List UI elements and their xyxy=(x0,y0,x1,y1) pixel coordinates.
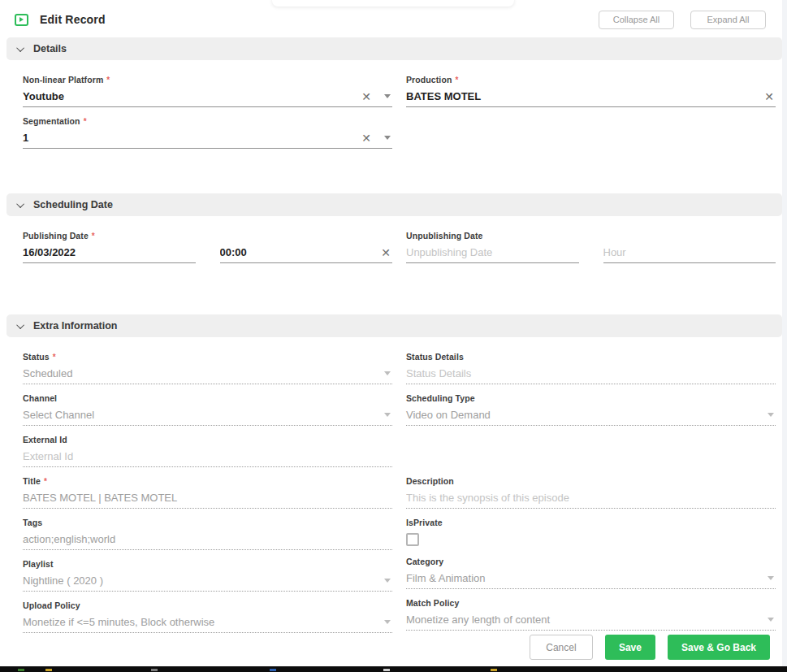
field-label: Upload Policy xyxy=(23,600,80,610)
footer-actions: Cancel Save Save & Go Back xyxy=(530,635,770,660)
field-is-private: IsPrivate xyxy=(406,518,776,546)
field-label: Publishing Date xyxy=(23,231,89,241)
unpublishing-date-input[interactable] xyxy=(406,246,579,258)
dropdown-arrow-icon[interactable] xyxy=(384,136,391,140)
field-title: Title * BATES MOTEL | BATES MOTEL xyxy=(23,476,392,509)
section-header-scheduling-date[interactable]: Scheduling Date xyxy=(6,193,782,216)
required-asterisk: * xyxy=(106,76,110,85)
tags-value[interactable]: action;english;world xyxy=(23,533,392,545)
taskbar-strip xyxy=(0,666,787,672)
production-input[interactable] xyxy=(406,90,763,102)
category-value[interactable]: Film & Animation xyxy=(406,572,756,584)
expand-all-button[interactable]: Expand All xyxy=(690,11,766,29)
section-header-details[interactable]: Details xyxy=(6,37,782,60)
scheduling-type-value[interactable]: Video on Demand xyxy=(406,409,756,421)
field-label: IsPrivate xyxy=(406,518,443,527)
required-asterisk: * xyxy=(92,232,95,241)
field-label: Scheduling Type xyxy=(406,393,475,403)
field-production: Production * ✕ xyxy=(406,75,776,107)
playlist-value[interactable]: Nightline ( 2020 ) xyxy=(23,574,373,587)
field-label: Title xyxy=(23,476,41,486)
required-asterisk: * xyxy=(455,76,458,85)
field-label: Status xyxy=(23,352,50,362)
status-details-input[interactable] xyxy=(406,367,776,379)
upload-policy-value[interactable]: Monetize if <=5 minutes, Block otherwise xyxy=(23,616,373,628)
field-label: Playlist xyxy=(23,559,54,569)
field-unpublishing-date: Unpublishing Date xyxy=(406,231,776,263)
chevron-down-icon xyxy=(16,200,24,208)
channel-value[interactable]: Select Channel xyxy=(23,409,373,421)
cancel-button[interactable]: Cancel xyxy=(530,635,593,660)
field-label: Production xyxy=(406,75,452,85)
section-title: Details xyxy=(33,43,67,54)
segmentation-input[interactable] xyxy=(23,132,360,144)
field-playlist: Playlist Nightline ( 2020 ) xyxy=(23,559,392,592)
section-header-extra-information[interactable]: Extra Information xyxy=(6,314,782,337)
required-asterisk: * xyxy=(44,477,47,486)
dropdown-arrow-icon[interactable] xyxy=(768,576,774,580)
field-nonlinear-platform: Non-linear Platform * ✕ xyxy=(23,75,392,107)
field-category: Category Film & Animation xyxy=(406,557,776,589)
unpublishing-hour-input[interactable] xyxy=(603,246,776,258)
field-upload-policy: Upload Policy Monetize if <=5 minutes, B… xyxy=(23,600,392,633)
field-external-id: External Id xyxy=(23,435,392,467)
field-label: Match Policy xyxy=(406,598,459,608)
save-button[interactable]: Save xyxy=(605,635,655,660)
extra-section-body: Status * Scheduled Channel Select Channe… xyxy=(0,337,782,666)
dropdown-arrow-icon[interactable] xyxy=(384,371,391,375)
description-input[interactable] xyxy=(406,492,776,504)
field-label: External Id xyxy=(23,435,67,444)
field-segmentation: Segmentation * ✕ xyxy=(23,116,392,149)
field-label: Segmentation xyxy=(23,116,80,126)
field-status-details: Status Details xyxy=(406,352,776,384)
title-value[interactable]: BATES MOTEL | BATES MOTEL xyxy=(23,492,392,504)
field-label: Non-linear Platform xyxy=(23,75,103,85)
publishing-date-input[interactable] xyxy=(23,246,196,258)
field-scheduling-type: Scheduling Type Video on Demand xyxy=(406,393,776,426)
section-title: Scheduling Date xyxy=(33,199,113,210)
dropdown-arrow-icon[interactable] xyxy=(384,413,391,417)
required-asterisk: * xyxy=(84,117,87,126)
status-value[interactable]: Scheduled xyxy=(23,367,373,379)
field-label: Unpublishing Date xyxy=(406,231,482,241)
field-label: Description xyxy=(406,476,454,486)
dropdown-arrow-icon[interactable] xyxy=(384,579,391,583)
field-description: Description xyxy=(406,476,776,509)
match-policy-value[interactable]: Monetize any length of content xyxy=(406,613,756,626)
clear-icon[interactable]: ✕ xyxy=(360,91,373,102)
publishing-hour-input[interactable] xyxy=(220,246,380,258)
clear-icon[interactable]: ✕ xyxy=(360,132,373,144)
save-and-go-back-button[interactable]: Save & Go Back xyxy=(668,635,770,660)
dropdown-arrow-icon[interactable] xyxy=(384,94,391,98)
dropdown-arrow-icon[interactable] xyxy=(768,413,774,417)
nonlinear-platform-input[interactable] xyxy=(23,90,360,102)
details-section-body: Non-linear Platform * ✕ Segmentation * ✕ xyxy=(0,60,782,193)
field-channel: Channel Select Channel xyxy=(23,393,392,426)
edit-record-card: Edit Record Collapse All Expand All Deta… xyxy=(0,0,782,666)
external-id-input[interactable] xyxy=(23,450,392,462)
video-play-icon xyxy=(15,14,28,26)
field-publishing-date: Publishing Date * ✕ xyxy=(23,231,392,263)
field-label: Channel xyxy=(23,393,57,403)
dropdown-arrow-icon[interactable] xyxy=(768,618,774,622)
chevron-down-icon xyxy=(16,44,24,52)
required-asterisk: * xyxy=(53,353,56,362)
field-tags: Tags action;english;world xyxy=(23,518,392,550)
field-status: Status * Scheduled xyxy=(23,352,392,384)
dropdown-arrow-icon[interactable] xyxy=(384,620,391,624)
is-private-checkbox[interactable] xyxy=(406,533,419,546)
chevron-down-icon xyxy=(16,321,24,329)
scheduling-section-body: Publishing Date * ✕ Unpublishing Date xyxy=(0,216,782,314)
clear-icon[interactable]: ✕ xyxy=(379,247,392,258)
clear-icon[interactable]: ✕ xyxy=(763,91,776,102)
toast-remnant xyxy=(272,0,514,7)
field-match-policy: Match Policy Monetize any length of cont… xyxy=(406,598,776,631)
field-label: Category xyxy=(406,557,443,566)
section-title: Extra Information xyxy=(33,320,118,332)
collapse-all-button[interactable]: Collapse All xyxy=(599,11,674,29)
page-title: Edit Record xyxy=(40,13,106,26)
field-label: Tags xyxy=(23,518,42,527)
field-label: Status Details xyxy=(406,352,464,362)
